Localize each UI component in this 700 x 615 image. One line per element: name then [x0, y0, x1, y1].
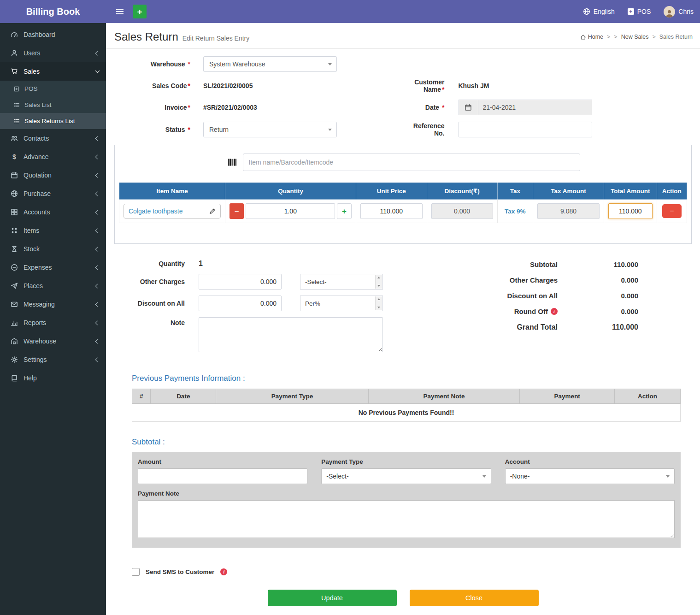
- grand-total-label: Grand Total: [517, 323, 558, 331]
- language-menu[interactable]: English: [583, 8, 615, 15]
- globe-icon: [583, 8, 590, 15]
- sidebar-item-items[interactable]: Items: [0, 221, 106, 240]
- item-search-input[interactable]: [243, 154, 580, 171]
- discount-on-all-input[interactable]: [199, 296, 282, 311]
- language-label: English: [594, 8, 615, 15]
- send-sms-checkbox[interactable]: [132, 568, 140, 576]
- sidebar-item-users[interactable]: Users: [0, 44, 106, 62]
- payment-note-textarea[interactable]: [138, 500, 675, 538]
- sidebar-item-reports[interactable]: Reports: [0, 313, 106, 332]
- discount-on-all-total-label: Discount on All: [507, 292, 558, 300]
- remove-item-button[interactable]: −: [662, 204, 682, 218]
- username: Chris: [678, 8, 694, 15]
- sidebar-item-advance[interactable]: $ Advance: [0, 148, 106, 166]
- chevron-up-icon: [377, 298, 380, 300]
- quantity-increase-button[interactable]: +: [337, 203, 351, 219]
- customer-name-label: Customer Name*: [403, 78, 459, 93]
- payment-type-select[interactable]: -Select-: [321, 468, 491, 484]
- unit-price-input[interactable]: [360, 203, 423, 219]
- user-menu[interactable]: Chris: [664, 6, 694, 18]
- chevron-left-icon: [95, 154, 100, 159]
- required-asterisk: *: [442, 86, 444, 93]
- list-icon: [13, 102, 20, 108]
- sales-code-label: Sales Code*: [113, 82, 203, 89]
- sidebar-item-purchase[interactable]: Purchase: [0, 184, 106, 203]
- chevron-down-icon: [377, 285, 380, 287]
- content-header: Sales Return Edit Return Sales Entry Hom…: [106, 23, 700, 49]
- other-charges-input[interactable]: [199, 274, 282, 290]
- info-icon[interactable]: i: [220, 568, 227, 575]
- pp-empty-message: No Previous Payments Found!!: [132, 404, 681, 422]
- calendar-icon: [465, 104, 472, 111]
- item-name-link[interactable]: Colgate toothpaste: [124, 204, 221, 219]
- barcode-button[interactable]: [226, 156, 238, 168]
- other-charges-total-label: Other Charges: [510, 276, 558, 284]
- quantity-input[interactable]: [246, 203, 335, 219]
- sidebar-item-help[interactable]: Help: [0, 369, 106, 387]
- discount-type-select[interactable]: Per%: [300, 296, 383, 311]
- date-input[interactable]: [478, 100, 592, 115]
- payment-note-label: Payment Note: [138, 490, 675, 497]
- total-amount-input[interactable]: [608, 203, 653, 219]
- plus-square-icon: +: [628, 8, 634, 15]
- page-subtitle: Edit Return Sales Entry: [182, 35, 250, 42]
- sidebar-item-expenses[interactable]: Expenses: [0, 258, 106, 277]
- breadcrumb-new-sales[interactable]: New Sales: [621, 34, 649, 40]
- quantity-decrease-button[interactable]: −: [229, 203, 244, 219]
- scrollbar[interactable]: [375, 296, 382, 310]
- sidebar-item-dashboard[interactable]: Dashboard: [0, 25, 106, 44]
- sidebar-item-sales-list[interactable]: Sales List: [0, 97, 106, 113]
- pos-link[interactable]: + POS: [628, 8, 651, 15]
- tax-link[interactable]: Tax 9%: [505, 208, 526, 215]
- sidebar: Dashboard Users Sales POS: [0, 23, 106, 615]
- sidebar-item-settings[interactable]: Settings: [0, 350, 106, 369]
- status-select[interactable]: Return: [203, 122, 337, 137]
- chevron-left-icon: [95, 320, 100, 325]
- cart-icon: [11, 68, 18, 75]
- col-quantity: Quantity: [225, 183, 356, 200]
- account-select[interactable]: -None-: [505, 468, 675, 484]
- required-asterisk: *: [188, 104, 190, 111]
- pos-icon: [13, 86, 20, 92]
- menu-icon: [116, 9, 124, 14]
- sidebar-item-accounts[interactable]: Accounts: [0, 203, 106, 221]
- invoice-label: Invoice*: [113, 104, 203, 111]
- account-label: Account: [505, 458, 675, 465]
- warehouse-select[interactable]: System Warehouse: [203, 56, 337, 72]
- breadcrumb-home[interactable]: Home: [580, 34, 603, 40]
- sidebar-toggle-button[interactable]: [112, 6, 127, 17]
- chevron-down-icon: [328, 63, 332, 65]
- item-row: Colgate toothpaste − +: [119, 200, 687, 223]
- chevron-up-icon: [377, 277, 380, 278]
- sales-code-value: SL/2021/02/0005: [203, 82, 253, 89]
- sidebar-item-warehouse[interactable]: Warehouse: [0, 332, 106, 350]
- sidebar-item-quotation[interactable]: Quotation: [0, 166, 106, 184]
- close-button[interactable]: Close: [410, 590, 539, 606]
- page-title: Sales Return: [114, 30, 178, 43]
- chevron-left-icon: [95, 284, 100, 288]
- chevron-left-icon: [95, 302, 100, 307]
- contacts-icon: [11, 135, 18, 142]
- pp-col-action: Action: [615, 389, 681, 404]
- subtotal-label: Subtotal: [530, 260, 558, 268]
- subtotal-value: 110.000: [558, 260, 638, 268]
- calendar-addon[interactable]: [459, 100, 478, 115]
- sidebar-item-contacts[interactable]: Contacts: [0, 129, 106, 148]
- quick-add-button[interactable]: +: [133, 5, 147, 18]
- previous-payments-table: # Date Payment Type Payment Note Payment…: [132, 389, 681, 422]
- app-brand[interactable]: Billing Book: [0, 0, 106, 23]
- sidebar-item-pos[interactable]: POS: [0, 81, 106, 97]
- sidebar-item-stock[interactable]: Stock: [0, 240, 106, 258]
- other-charges-select[interactable]: -Select-: [300, 274, 383, 290]
- sidebar-item-sales-returns-list[interactable]: Sales Returns List: [0, 113, 106, 129]
- scrollbar[interactable]: [375, 275, 382, 289]
- sidebar-item-sales[interactable]: Sales: [0, 62, 106, 81]
- user-icon: [11, 49, 18, 57]
- info-icon[interactable]: i: [551, 308, 558, 315]
- note-textarea[interactable]: [199, 317, 383, 352]
- sidebar-item-messaging[interactable]: Messaging: [0, 295, 106, 313]
- update-button[interactable]: Update: [268, 590, 397, 606]
- reference-no-input[interactable]: [459, 122, 592, 137]
- sidebar-item-places[interactable]: Places: [0, 277, 106, 295]
- amount-input[interactable]: [138, 468, 307, 484]
